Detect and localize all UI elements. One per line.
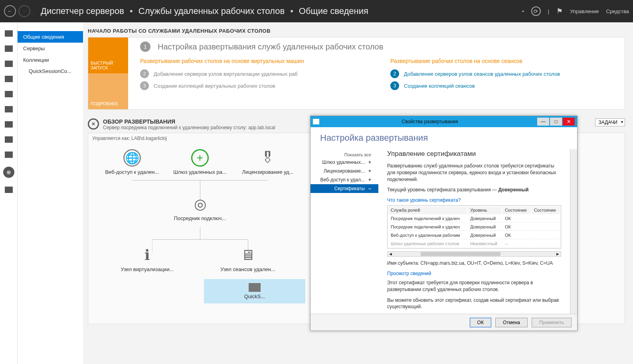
overview-icon: ✕ bbox=[88, 118, 99, 130]
scroll-thumb[interactable] bbox=[421, 252, 500, 256]
cancel-button[interactable]: Отмена bbox=[495, 318, 528, 327]
breadcrumb-root[interactable]: Диспетчер серверов bbox=[41, 6, 124, 16]
step-badge: 2 bbox=[390, 69, 399, 78]
sidebar-item-overview[interactable]: Общие сведения bbox=[18, 31, 83, 43]
node-virtualization[interactable]: ℹ Узел виртуализации... bbox=[115, 246, 179, 272]
view-details-link[interactable]: Просмотр сведений bbox=[387, 271, 561, 276]
table-row[interactable]: Веб-доступ к удаленным рабочимДоверенный… bbox=[388, 232, 560, 239]
dialog-footer: ОК Отмена Применить bbox=[311, 314, 577, 331]
scroll-left-icon[interactable]: ◀ bbox=[388, 252, 393, 256]
maximize-button[interactable]: □ bbox=[550, 118, 562, 126]
local-server-icon[interactable] bbox=[5, 45, 13, 52]
sidebar-item-collection-child[interactable]: QuickSessionCo... bbox=[18, 66, 83, 77]
file-services-icon[interactable] bbox=[5, 76, 13, 82]
content-intro: Развертыванию служб удаленных рабочих ст… bbox=[387, 163, 561, 183]
all-servers-icon[interactable] bbox=[5, 61, 13, 67]
window-controls: — □ ✕ bbox=[537, 118, 575, 126]
breadcrumb-mid[interactable]: Службы удаленных рабочих столов bbox=[138, 6, 285, 16]
cell bbox=[532, 232, 560, 239]
step-badge: 2 bbox=[140, 69, 149, 78]
whatis-link[interactable]: Что такое уровень сертификата? bbox=[387, 197, 561, 203]
dialog-heading: Настройка развертывания bbox=[311, 127, 577, 149]
dialog-titlebar[interactable]: Свойства развертывания — □ ✕ bbox=[311, 116, 577, 127]
refresh-icon[interactable]: ⟳ bbox=[531, 6, 541, 16]
nav-label: Лицензирование... bbox=[324, 168, 365, 174]
quick-heading-text: Настройка развертывания служб удаленных … bbox=[158, 42, 383, 51]
show-all-link[interactable]: Показать все bbox=[311, 152, 378, 158]
nap-icon[interactable] bbox=[5, 121, 13, 128]
globe-icon: 🌐 bbox=[123, 149, 141, 167]
cell: Посредник подключений к удален bbox=[388, 215, 467, 222]
cell: Доверенный bbox=[468, 223, 502, 231]
print-icon[interactable] bbox=[5, 136, 13, 143]
rds-icon[interactable]: ⊗▸ bbox=[3, 167, 14, 178]
node-quicksession[interactable]: QuickS... bbox=[204, 279, 305, 303]
th-level[interactable]: Уровень bbox=[468, 207, 502, 214]
step-number-icon: 1 bbox=[140, 41, 150, 52]
table-row[interactable]: Шлюз удаленных рабочих столовНеизвестный… bbox=[388, 240, 560, 248]
remote-access-icon[interactable] bbox=[5, 152, 13, 158]
table-row[interactable]: Посредник подключений к удаленДоверенный… bbox=[388, 223, 560, 231]
cell: Веб-доступ к удаленным рабочим bbox=[388, 232, 467, 239]
dialog-scrollbar[interactable] bbox=[570, 149, 577, 314]
node-gateway[interactable]: + Шлюз удаленных ра... bbox=[168, 149, 232, 175]
node-broker[interactable]: ◎ Посредник подключ... bbox=[168, 195, 232, 221]
nav-item-gateway[interactable]: Шлюз удаленных...+ bbox=[311, 158, 378, 167]
th-role[interactable]: Служба ролей bbox=[388, 207, 467, 214]
table-row[interactable]: Посредник подключений к удаленДоверенный… bbox=[388, 215, 560, 222]
node-licensing[interactable]: 🎖 Лицензирование уд... bbox=[236, 149, 300, 175]
minimize-button[interactable]: — bbox=[537, 118, 549, 126]
more-icon[interactable] bbox=[5, 187, 13, 193]
target-icon: ◎ bbox=[191, 195, 209, 213]
menu-manage[interactable]: Управление bbox=[570, 8, 599, 14]
breadcrumb: Диспетчер серверов • Службы удаленных ра… bbox=[41, 6, 368, 16]
session-step2-text: Добавление серверов узлов сеансов удален… bbox=[404, 71, 560, 77]
session-step-3[interactable]: 3Создание коллекций сеансов bbox=[390, 81, 617, 90]
cert-level-pre: Текущий уровень сертификата развертывани… bbox=[387, 187, 498, 193]
quick-start-tile[interactable]: БЫСТРЫЙ ЗАПУСК bbox=[88, 37, 128, 73]
cell: ОК bbox=[502, 223, 531, 231]
cell bbox=[532, 223, 560, 231]
dashboard-icon[interactable] bbox=[5, 30, 13, 37]
th-state2[interactable]: Состояние bbox=[532, 207, 560, 214]
node-label: Шлюз удаленных ра... bbox=[168, 169, 232, 175]
node-web-access[interactable]: 🌐 Веб-доступ к удален... bbox=[100, 149, 164, 175]
apply-button[interactable]: Применить bbox=[532, 318, 572, 327]
session-step-2[interactable]: 2Добавление серверов узлов сеансов удале… bbox=[390, 69, 617, 78]
certificates-table[interactable]: Служба ролей Уровень Состояние Состояние… bbox=[387, 205, 561, 249]
header-actions: • ⟳ | ⚑ Управление Средства bbox=[522, 6, 629, 16]
quick-right: 1 Настройка развертывания служб удаленны… bbox=[128, 37, 625, 109]
node-session-host[interactable]: 🖥 Узел сеансов удален... bbox=[216, 246, 280, 272]
dialog-body: Показать все Шлюз удаленных...+ Лицензир… bbox=[311, 149, 577, 314]
deployment-properties-dialog: Свойства развертывания — □ ✕ Настройка р… bbox=[310, 116, 578, 331]
sidebar-item-collections[interactable]: Коллекции bbox=[18, 54, 83, 66]
nav-item-licensing[interactable]: Лицензирование...+ bbox=[311, 167, 378, 175]
subject-line: Имя субъекта: CN=app.mars.biz.ua, OU=IT,… bbox=[387, 260, 561, 267]
node-label: Лицензирование уд... bbox=[236, 169, 300, 175]
cell bbox=[532, 240, 560, 248]
subject-pre: Имя субъекта: bbox=[387, 260, 421, 266]
iis-icon[interactable] bbox=[5, 106, 13, 112]
tasks-dropdown[interactable]: ЗАДАЧИ bbox=[595, 118, 625, 126]
cert-update-hint: Вы можете обновить этот сертификат, созд… bbox=[387, 297, 561, 311]
plus-icon: + bbox=[191, 149, 209, 167]
flag-icon[interactable]: ⚑ bbox=[556, 7, 563, 16]
sidebar-item-servers[interactable]: Серверы bbox=[18, 43, 83, 54]
menu-tools[interactable]: Средства bbox=[606, 8, 629, 14]
nav-item-web[interactable]: Веб-доступ к удал...+ bbox=[311, 175, 378, 184]
close-button[interactable]: ✕ bbox=[563, 118, 575, 126]
ad-ds-icon[interactable] bbox=[5, 91, 13, 97]
quick-left: БЫСТРЫЙ ЗАПУСК ПОДРОБНЕЕ bbox=[88, 37, 128, 109]
vm-step3-text: Создание коллекций виртуальных рабочих с… bbox=[154, 83, 275, 89]
node-label: Веб-доступ к удален... bbox=[100, 169, 164, 175]
learn-more-tile[interactable]: ПОДРОБНЕЕ bbox=[88, 73, 128, 109]
table-scrollbar[interactable]: ◀▶ bbox=[387, 251, 561, 257]
nav-item-certificates[interactable]: Сертификаты– bbox=[311, 184, 378, 193]
ok-button[interactable]: ОК bbox=[470, 318, 491, 327]
th-state[interactable]: Состояние bbox=[502, 207, 531, 214]
sidebar-nav: Общие сведения Серверы Коллекции QuickSe… bbox=[18, 22, 83, 364]
dialog-nav: Показать все Шлюз удаленных...+ Лицензир… bbox=[311, 149, 378, 314]
back-button[interactable]: ← bbox=[4, 5, 16, 17]
scroll-right-icon[interactable]: ▶ bbox=[555, 252, 561, 256]
forward-button[interactable]: → bbox=[18, 5, 30, 17]
